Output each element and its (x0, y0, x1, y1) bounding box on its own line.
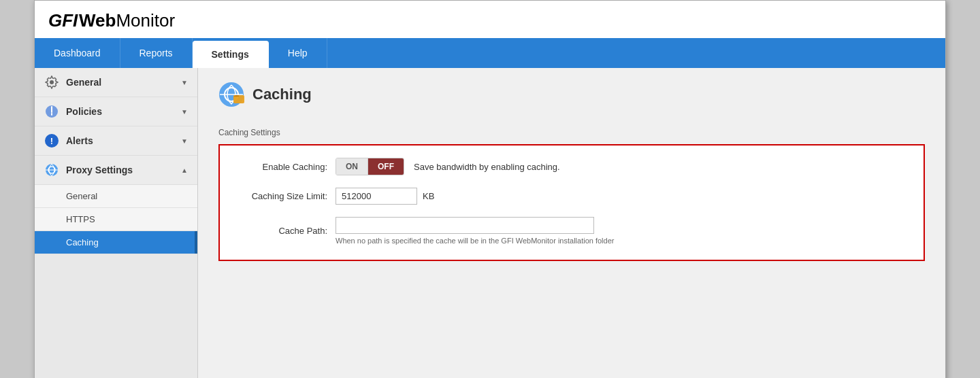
sidebar-proxy-label: Proxy Settings (66, 165, 181, 175)
app-window: GFI WebMonitor Dashboard Reports Setting… (34, 0, 946, 378)
nav-item-settings[interactable]: Settings (193, 41, 269, 68)
cache-path-row: Cache Path: When no path is specified th… (240, 217, 903, 245)
nav-item-help[interactable]: Help (269, 38, 327, 68)
sidebar-alerts-chevron: ▼ (181, 137, 188, 145)
cache-path-input[interactable] (336, 217, 594, 234)
nav-item-reports[interactable]: Reports (120, 38, 193, 68)
caching-size-row: Caching Size Limit: KB (240, 188, 903, 205)
cache-path-hint: When no path is specified the cache will… (336, 237, 614, 245)
sidebar-policies-chevron: ▼ (181, 108, 188, 116)
alerts-icon: ! (44, 133, 59, 148)
sidebar-item-policies[interactable]: Policies ▼ (35, 97, 197, 126)
content-area: Caching Caching Settings Enable Caching:… (198, 68, 945, 378)
sidebar-sub-caching[interactable]: Caching (35, 231, 197, 254)
svg-point-0 (50, 80, 54, 84)
section-label: Caching Settings (218, 128, 925, 137)
nav-item-dashboard[interactable]: Dashboard (35, 38, 120, 68)
app-logo: GFI WebMonitor (48, 10, 932, 31)
sidebar: General ▼ Policies ▼ ! Alerts (35, 68, 198, 378)
sidebar-proxy-chevron: ▲ (181, 167, 188, 174)
proxy-icon (44, 162, 59, 177)
sidebar-general-chevron: ▼ (181, 79, 188, 86)
sidebar-sub-general[interactable]: General (35, 185, 197, 208)
enable-caching-label: Enable Caching: (240, 162, 336, 172)
policies-icon (44, 104, 59, 119)
sidebar-item-general[interactable]: General ▼ (35, 68, 197, 97)
toggle-off-button[interactable]: OFF (368, 158, 404, 175)
enable-caching-row: Enable Caching: ON OFF Save bandwidth by… (240, 158, 903, 175)
logo-web: Web (79, 10, 116, 31)
size-limit-label: Caching Size Limit: (240, 191, 336, 201)
sidebar-item-alerts[interactable]: ! Alerts ▼ (35, 126, 197, 156)
size-unit-label: KB (423, 191, 434, 201)
page-title: Caching (252, 86, 312, 103)
logo-monitor: Monitor (116, 10, 175, 31)
cache-path-col: When no path is specified the cache will… (336, 217, 614, 245)
size-limit-input[interactable] (336, 188, 417, 205)
caching-page-icon (218, 82, 244, 107)
cache-path-label: Cache Path: (240, 226, 336, 236)
toggle-on-button[interactable]: ON (336, 158, 368, 175)
gear-icon (44, 75, 59, 90)
sidebar-alerts-label: Alerts (66, 135, 181, 146)
sidebar-item-proxy-settings[interactable]: Proxy Settings ▲ (35, 156, 197, 185)
sidebar-policies-label: Policies (66, 106, 181, 117)
toggle-group: ON OFF (336, 158, 404, 175)
toggle-hint: Save bandwidth by enabling caching. (414, 162, 560, 172)
page-header: Caching (218, 82, 925, 114)
nav-bar: Dashboard Reports Settings Help (35, 38, 945, 68)
logo-bar: GFI WebMonitor (35, 1, 945, 38)
main-area: General ▼ Policies ▼ ! Alerts (35, 68, 945, 378)
sidebar-sub-https[interactable]: HTTPS (35, 208, 197, 231)
settings-box: Enable Caching: ON OFF Save bandwidth by… (218, 144, 925, 261)
logo-gfi: GFI (48, 10, 78, 31)
sidebar-general-label: General (66, 77, 181, 88)
